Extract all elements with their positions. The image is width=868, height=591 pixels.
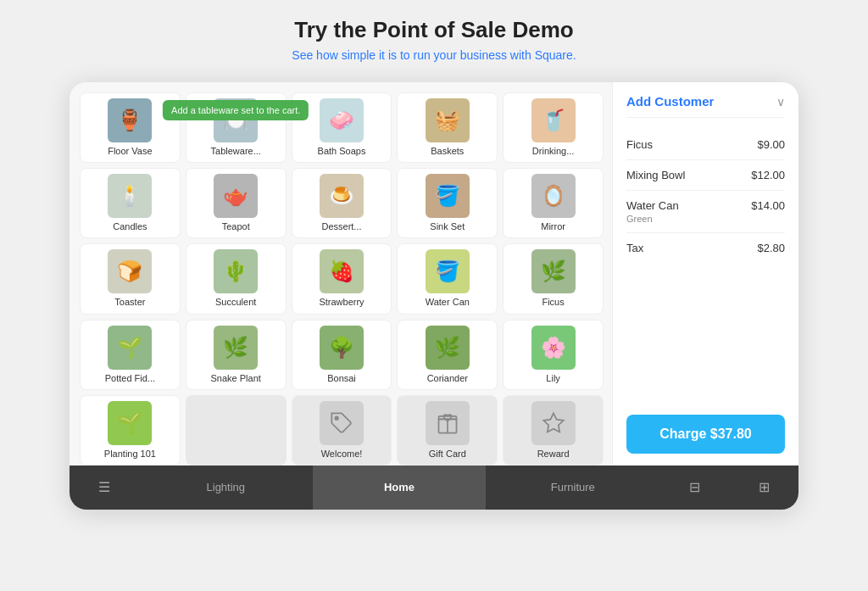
nav-list-icon[interactable]: ⊟	[659, 479, 729, 495]
product-image-lily: 🌸	[531, 326, 576, 370]
bottom-nav: ☰ Lighting Home Furniture ⊟ ⊞	[70, 466, 798, 510]
product-card-ficus[interactable]: 🌿 Ficus	[503, 243, 604, 314]
product-card-empty1[interactable]	[186, 395, 287, 466]
page-header: Try the Point of Sale Demo See how simpl…	[292, 17, 576, 62]
product-name-toaster: Toaster	[114, 297, 145, 308]
add-customer-row[interactable]: Add Customer ∨	[626, 94, 785, 118]
tablet-frame: 🏺 Floor Vase Add a tableware set to the …	[70, 82, 798, 510]
tooltip: Add a tableware set to the cart.	[163, 100, 309, 120]
special-icon-reward	[531, 401, 576, 445]
tax-price: $2.80	[757, 242, 785, 254]
product-name-bath-soaps: Bath Soaps	[318, 146, 366, 157]
product-name-mirror: Mirror	[541, 221, 565, 232]
product-name-lily: Lily	[546, 373, 560, 384]
product-card-strawberry[interactable]: 🍓 Strawberry	[292, 243, 392, 314]
product-card-sink-set[interactable]: 🪣 Sink Set	[397, 168, 498, 238]
cart-item-name: Ficus	[626, 138, 653, 151]
product-card-gift-card[interactable]: Gift Card	[397, 395, 498, 466]
product-name-water-can: Water Can	[426, 297, 470, 308]
product-name-succulent: Succulent	[215, 297, 256, 308]
product-card-coriander[interactable]: 🌿 Coriander	[397, 320, 498, 390]
product-image-toaster: 🍞	[108, 249, 152, 293]
cart-item: Ficus $9.00	[626, 130, 785, 160]
product-card-lily[interactable]: 🌸 Lily	[503, 320, 604, 390]
tablet-body: 🏺 Floor Vase Add a tableware set to the …	[70, 82, 798, 466]
charge-button[interactable]: Charge $37.80	[626, 415, 785, 454]
product-image-baskets: 🧺	[426, 98, 470, 142]
product-image-bonsai: 🌳	[320, 326, 364, 370]
product-card-toaster[interactable]: 🍞 Toaster	[80, 243, 181, 314]
svg-point-0	[335, 416, 338, 420]
product-card-baskets[interactable]: 🧺 Baskets	[397, 92, 498, 163]
product-name-reward: Reward	[537, 449, 570, 460]
product-card-reward[interactable]: Reward	[503, 395, 604, 466]
product-image-floor-vase: 🏺	[108, 98, 152, 142]
nav-calculator-icon[interactable]: ⊞	[729, 479, 798, 495]
page-subtitle: See how simple it is to run your busines…	[292, 48, 576, 62]
product-card-planting[interactable]: 🌱 Planting 101	[80, 395, 181, 466]
product-name-tableware: Tableware...	[211, 146, 261, 157]
product-name-baskets: Baskets	[431, 146, 464, 157]
list-icon: ⊟	[689, 479, 700, 495]
product-image-coriander: 🌿	[426, 326, 470, 370]
product-name-planting: Planting 101	[104, 449, 156, 460]
cart-item-name: Water Can	[626, 199, 679, 212]
product-card-dessert[interactable]: 🍮 Dessert...	[292, 168, 392, 238]
hamburger-icon: ☰	[98, 479, 110, 495]
product-card-tableware[interactable]: Add a tableware set to the cart. 🍽️ Tabl…	[186, 92, 287, 163]
product-card-candles[interactable]: 🕯️ Candles	[80, 168, 181, 238]
add-customer-label: Add Customer	[626, 94, 714, 109]
product-image-dessert: 🍮	[320, 174, 364, 218]
nav-item-furniture[interactable]: Furniture	[486, 466, 659, 510]
product-image-succulent: 🌵	[214, 249, 258, 293]
product-image-teapot: 🫖	[214, 174, 258, 218]
product-name-coriander: Coriander	[427, 373, 468, 384]
product-name-teapot: Teapot	[222, 221, 250, 232]
product-name-potted: Potted Fid...	[105, 373, 155, 384]
product-grid: 🏺 Floor Vase Add a tableware set to the …	[80, 92, 604, 466]
product-name-drinking: Drinking...	[532, 146, 575, 157]
product-name-welcome: Welcome!	[321, 449, 363, 460]
product-name-snake: Snake Plant	[211, 373, 261, 384]
product-card-drinking[interactable]: 🥤 Drinking...	[503, 92, 604, 163]
nav-item-lighting[interactable]: Lighting	[139, 466, 313, 510]
special-icon-gift-card	[426, 401, 470, 445]
special-icon-welcome	[320, 401, 364, 445]
product-card-snake[interactable]: 🌿 Snake Plant	[186, 320, 287, 390]
product-image-sink-set: 🪣	[426, 174, 470, 218]
product-image-candles: 🕯️	[108, 174, 152, 218]
product-name-ficus: Ficus	[542, 297, 564, 308]
cart-item: Water Can Green $14.00	[626, 191, 785, 233]
product-image-ficus: 🌿	[531, 249, 576, 293]
product-card-potted[interactable]: 🌱 Potted Fid...	[80, 320, 181, 390]
product-name-strawberry: Strawberry	[319, 297, 364, 308]
product-card-succulent[interactable]: 🌵 Succulent	[186, 243, 287, 314]
cart-item-price: $9.00	[757, 138, 785, 151]
product-image-strawberry: 🍓	[320, 249, 364, 293]
cart-item-sub: Green	[626, 214, 679, 224]
product-name-dessert: Dessert...	[321, 221, 361, 232]
cart-item: Tax $2.80	[626, 233, 785, 263]
cart-area: Add Customer ∨ Ficus $9.00 Mixing Bowl $…	[612, 82, 798, 466]
product-card-bonsai[interactable]: 🌳 Bonsai	[292, 320, 392, 390]
product-card-mirror[interactable]: 🪞 Mirror	[503, 168, 604, 238]
cart-item-name: Mixing Bowl	[626, 169, 685, 181]
cart-item-price: $14.00	[751, 199, 785, 212]
cart-item-info: Mixing Bowl	[626, 169, 685, 181]
cart-item: Mixing Bowl $12.00	[626, 160, 785, 191]
product-card-water-can[interactable]: 🪣 Water Can	[397, 243, 498, 314]
cart-item-info: Ficus	[626, 138, 653, 151]
nav-item-home[interactable]: Home	[313, 466, 487, 510]
product-image-water-can: 🪣	[426, 249, 470, 293]
product-card-teapot[interactable]: 🫖 Teapot	[186, 168, 287, 238]
product-card-welcome[interactable]: Welcome!	[292, 395, 392, 466]
product-name-gift-card: Gift Card	[429, 449, 466, 460]
tax-label: Tax	[626, 242, 643, 254]
page-title: Try the Point of Sale Demo	[292, 17, 576, 43]
calculator-icon: ⊞	[759, 479, 770, 495]
product-image-snake: 🌿	[214, 326, 258, 370]
nav-menu-icon[interactable]: ☰	[70, 479, 139, 495]
cart-item-info: Water Can Green	[626, 199, 679, 224]
product-image-bath-soaps: 🧼	[320, 98, 364, 142]
product-image-potted: 🌱	[108, 326, 152, 370]
